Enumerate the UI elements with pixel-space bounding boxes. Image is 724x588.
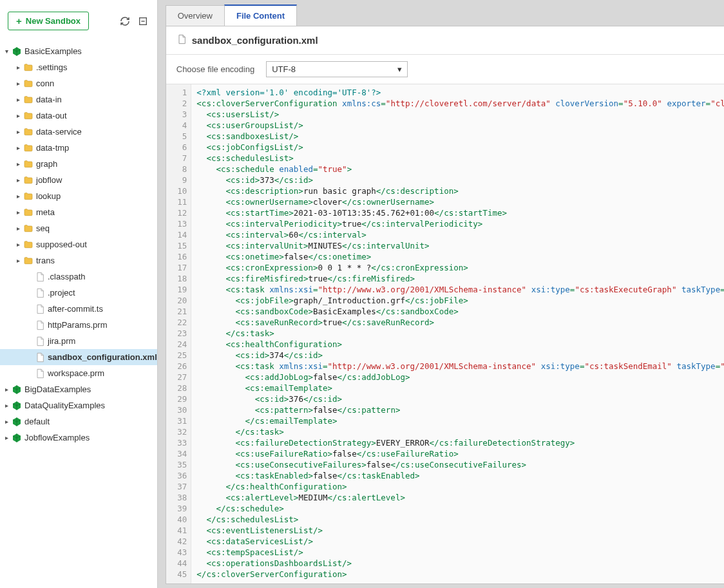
file-tree[interactable]: BasicExamples.settingsconndata-indata-ou… [0, 42, 157, 588]
tree-label: httpParams.prm [48, 320, 107, 330]
tree-label: lookup [36, 191, 61, 201]
code-line: <cs:id>374</cs:id> [196, 350, 724, 361]
chevron-right-icon[interactable] [14, 176, 22, 184]
tree-label: sandbox_configuration.xml [48, 352, 157, 362]
folder-icon [23, 159, 33, 169]
chevron-right-icon[interactable] [14, 96, 22, 103]
tab-file-content[interactable]: File Content [224, 5, 297, 26]
tree-label: .classpath [48, 272, 86, 281]
code-editor[interactable]: 1 2 3 4 5 6 7 8 9 10 11 12 13 14 15 16 1… [166, 84, 724, 583]
code-line: <cs:id>376</cs:id> [196, 394, 724, 404]
tree-row[interactable]: .project [0, 285, 157, 301]
file-icon [35, 288, 45, 298]
tree-row[interactable]: JobflowExamples [0, 430, 157, 446]
tree-row[interactable]: graph [0, 156, 157, 172]
tree-row[interactable]: DataQualityExamples [0, 397, 157, 413]
refresh-icon[interactable] [119, 15, 131, 28]
folder-icon [23, 95, 33, 105]
line-gutter: 1 2 3 4 5 6 7 8 9 10 11 12 13 14 15 16 1… [166, 84, 192, 583]
code-line: </cs:cloverServerConfiguration> [196, 569, 724, 580]
chevron-right-icon[interactable] [14, 160, 22, 167]
encoding-select[interactable]: UTF-8 ▾ [266, 61, 408, 77]
tree-row[interactable]: conn [0, 75, 157, 91]
chevron-right-icon[interactable] [14, 209, 22, 216]
folder-icon [23, 175, 33, 185]
tree-row[interactable]: default [0, 413, 157, 430]
chevron-right-icon[interactable] [14, 193, 22, 200]
tree-row[interactable]: httpParams.prm [0, 317, 157, 333]
tree-label: BasicExamples [24, 46, 82, 56]
code-line: <cs:description>run basic graph</cs:desc… [196, 185, 724, 196]
code-line: <cs:sandboxesList/> [196, 131, 724, 142]
chevron-right-icon[interactable] [3, 402, 10, 409]
tab-overview[interactable]: Overview [166, 5, 225, 26]
chevron-right-icon[interactable] [14, 64, 22, 71]
code-line: <cs:alertLevel>MEDIUM</cs:alertLevel> [196, 492, 724, 503]
tree-row[interactable]: workspace.prm [0, 365, 157, 381]
tree-row[interactable]: .settings [0, 59, 157, 75]
tree-row[interactable]: jira.prm [0, 333, 157, 349]
code-line: <cs:task xmlns:xsi="http://www.w3.org/20… [196, 284, 724, 295]
chevron-right-icon[interactable] [14, 144, 22, 151]
code-line: <cs:pattern>false</cs:pattern> [196, 404, 724, 415]
code-line: <cs:saveRunRecord>true</cs:saveRunRecord… [196, 317, 724, 328]
chevron-down-icon[interactable] [3, 48, 10, 55]
tree-row[interactable]: data-out [0, 108, 157, 124]
file-title: sandbox_configuration.xml [176, 34, 318, 46]
code-line: <cs:id>373</cs:id> [196, 175, 724, 185]
code-line: <cs:fireMisfired>true</cs:fireMisfired> [196, 273, 724, 284]
tree-row[interactable]: data-in [0, 91, 157, 108]
folder-icon [23, 79, 33, 89]
tree-row[interactable]: BasicExamples [0, 43, 157, 59]
tree-row[interactable]: seq [0, 220, 157, 236]
tree-row[interactable]: meta [0, 204, 157, 220]
tree-label: data-service [36, 127, 82, 137]
code-line: <cs:schedule enabled="true"> [196, 164, 724, 175]
chevron-right-icon[interactable] [14, 241, 22, 248]
tree-label: graph [36, 159, 57, 169]
new-sandbox-button[interactable]: + New Sandbox [8, 12, 89, 30]
code-line: <cs:schedulesList> [196, 153, 724, 164]
code-line: <cs:emailTemplate> [196, 383, 724, 394]
folder-icon [23, 127, 33, 137]
chevron-right-icon[interactable] [3, 386, 10, 393]
encoding-label: Choose file encoding [176, 64, 254, 74]
chevron-right-icon[interactable] [14, 112, 22, 119]
tree-row[interactable]: jobflow [0, 172, 157, 188]
code-line: </cs:task> [196, 328, 724, 339]
tree-row[interactable]: lookup [0, 188, 157, 204]
file-card: sandbox_configuration.xml Choose file en [166, 26, 724, 584]
tree-label: conn [36, 79, 54, 88]
tree-row[interactable]: trans [0, 252, 157, 269]
sandbox-icon [12, 417, 22, 427]
tree-row[interactable]: BigDataExamples [0, 381, 157, 397]
code-line: </cs:schedule> [196, 503, 724, 514]
chevron-down-icon: ▾ [397, 64, 402, 74]
chevron-right-icon[interactable] [14, 80, 22, 87]
code-line: <cs:interval>60</cs:interval> [196, 229, 724, 240]
tree-row[interactable]: sandbox_configuration.xml [0, 349, 157, 365]
tree-row[interactable]: after-commit.ts [0, 301, 157, 317]
code-line: <?xml version='1.0' encoding='UTF-8'?> [196, 87, 724, 98]
file-icon [35, 368, 45, 379]
chevron-right-icon[interactable] [14, 128, 22, 135]
file-icon [35, 336, 45, 346]
tree-row[interactable]: supposed-out [0, 236, 157, 252]
tree-row[interactable]: .classpath [0, 269, 157, 285]
encoding-bar: Choose file encoding UTF-8 ▾ HEX mode [166, 55, 724, 84]
sandbox-icon [12, 46, 22, 57]
chevron-right-icon[interactable] [3, 434, 10, 441]
code-line: <cs:healthConfiguration> [196, 339, 724, 350]
code-line: <cs:eventListenersList/> [196, 525, 724, 536]
chevron-right-icon[interactable] [14, 225, 22, 232]
chevron-right-icon[interactable] [14, 257, 22, 264]
collapse-icon[interactable] [137, 15, 149, 28]
tree-row[interactable]: data-tmp [0, 140, 157, 156]
chevron-right-icon[interactable] [3, 418, 10, 425]
sandbox-icon [12, 384, 22, 395]
tree-row[interactable]: data-service [0, 124, 157, 140]
code-line: <cs:jobConfigsList/> [196, 142, 724, 153]
code-line: <cs:task xmlns:xsi="http://www.w3.org/20… [196, 361, 724, 372]
sandbox-icon [12, 433, 22, 443]
code-line: </cs:task> [196, 426, 724, 437]
